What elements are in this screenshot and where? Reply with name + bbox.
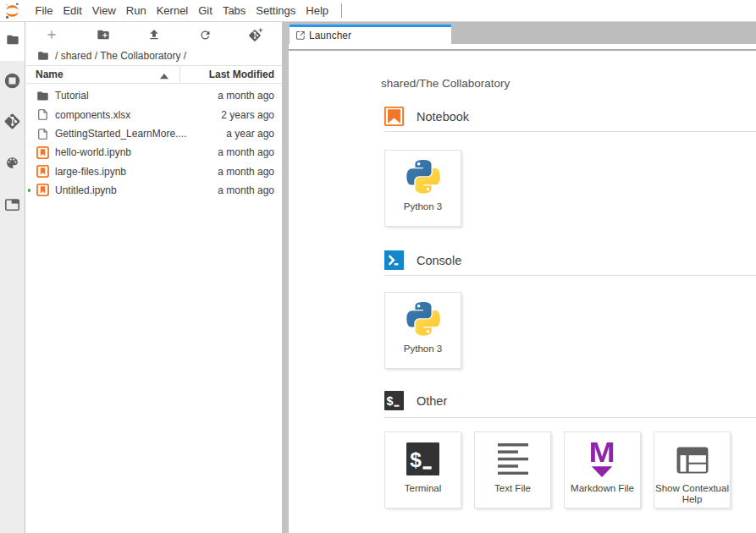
menu-items: FileEditViewRunKernelGitTabsSettingsHelp [30, 0, 334, 21]
launcher-sections: Notebook Python 3 Console Python 3 $ Oth… [384, 107, 756, 508]
file-name: components.xlsx [55, 109, 130, 121]
launcher-card-markdown-file[interactable]: M Markdown File [564, 431, 641, 508]
stop-circle-icon [4, 73, 20, 89]
file-browser-panel: / shared / The Collaboratory / Name Last… [26, 22, 282, 533]
menu-item-file[interactable]: File [30, 0, 58, 21]
launcher-card-text-file[interactable]: Text File [474, 431, 551, 508]
file-modified: a month ago [218, 90, 282, 102]
card-icon-area: M [591, 432, 613, 477]
section-divider [384, 275, 756, 276]
section-label: Other [417, 394, 447, 408]
menu-item-tabs[interactable]: Tabs [218, 0, 251, 21]
menu-bar: FileEditViewRunKernelGitTabsSettingsHelp [0, 0, 756, 22]
file-row-hello-world-ipynb[interactable]: hello-world.ipynba month ago [26, 143, 282, 162]
jupyter-logo-icon [3, 2, 21, 19]
launcher-section-other: $ Other $ Terminal Text FileM Markdown F… [384, 391, 756, 508]
menu-item-view[interactable]: View [87, 0, 121, 21]
tab-label: Launcher [309, 30, 351, 41]
file-modified: 2 years ago [221, 109, 282, 121]
column-header-last-modified[interactable]: Last Modified [209, 66, 274, 83]
file-row-components-xlsx[interactable]: components.xlsx2 years ago [26, 106, 282, 124]
svg-text:$: $ [386, 394, 393, 408]
terminal-icon: $ [384, 391, 404, 410]
menu-item-git[interactable]: Git [193, 0, 218, 21]
python-icon [406, 302, 440, 336]
section-header-other: $ Other [384, 391, 756, 410]
file-name: hello-world.ipynb [55, 146, 131, 158]
card-label: Python 3 [404, 201, 442, 212]
main-dock-panel: Launcher shared/The Collaboratory Notebo… [289, 22, 756, 533]
plus-icon [45, 28, 58, 41]
textfile-icon [498, 443, 528, 475]
sidebar-tab-file-browser[interactable] [0, 31, 25, 48]
svg-text:$: $ [410, 448, 422, 471]
refresh-icon [199, 29, 212, 41]
file-name: Untitled.ipynb [55, 184, 117, 196]
section-header-notebook: Notebook [384, 107, 756, 126]
file-row-large-files-ipynb[interactable]: large-files.ipynba month ago [26, 162, 282, 181]
sort-ascending-caret-icon[interactable] [160, 74, 168, 79]
breadcrumb-path[interactable]: / shared / The Collaboratory / [55, 50, 186, 62]
file-listing-header: Name Last Modified [26, 65, 282, 84]
git-clone-button[interactable] [231, 22, 282, 47]
terminal-icon: $ [406, 442, 439, 475]
new-folder-button[interactable] [77, 22, 128, 47]
section-label: Console [417, 254, 461, 267]
column-divider [179, 66, 180, 83]
file-row-gettingstarted-learnmore-[interactable]: GettingStarted_LearnMore....a year ago [26, 124, 282, 143]
launcher-card-show-contextual-help[interactable]: Show Contextual Help [654, 431, 731, 508]
launcher-card-terminal[interactable]: $ Terminal [384, 431, 461, 508]
card-label: Markdown File [571, 483, 634, 494]
file-row-tutorial[interactable]: Tutoriala month ago [26, 86, 282, 105]
sidebar-tab-commands[interactable] [0, 155, 25, 172]
upload-icon [147, 28, 161, 41]
breadcrumb[interactable]: / shared / The Collaboratory / [26, 46, 282, 66]
card-label: Show Contextual Help [654, 483, 730, 505]
file-name: Tutorial [55, 90, 89, 102]
card-icon-area [406, 293, 440, 338]
sidebar-tab-open-tabs[interactable] [0, 196, 25, 213]
tabs-icon [5, 199, 19, 211]
new-folder-icon [97, 28, 110, 41]
refresh-button[interactable] [179, 22, 230, 47]
card-row: Python 3 [384, 150, 756, 227]
sidebar-tab-running-sessions[interactable] [0, 72, 25, 89]
file-modified: a month ago [218, 146, 282, 158]
notebook-icon [36, 146, 49, 159]
launcher-icon [296, 31, 305, 40]
menu-item-settings[interactable]: Settings [251, 0, 301, 21]
file-modified: a year ago [226, 128, 282, 140]
card-label: Terminal [405, 483, 441, 494]
activity-bar [0, 22, 25, 533]
folder-icon [36, 90, 49, 102]
folder-icon [6, 33, 19, 47]
new-launcher-button[interactable] [26, 22, 77, 47]
tab-launcher[interactable]: Launcher [290, 25, 451, 44]
menu-item-help[interactable]: Help [301, 0, 334, 21]
card-label: Python 3 [404, 343, 442, 354]
menu-item-edit[interactable]: Edit [58, 0, 86, 21]
panel-splitter[interactable] [282, 22, 289, 533]
main-tab-bar: Launcher [289, 22, 756, 44]
file-name: large-files.ipynb [55, 166, 126, 178]
launcher-card-python-3[interactable]: Python 3 [384, 292, 461, 369]
upload-button[interactable] [129, 22, 179, 47]
card-row: Python 3 [384, 292, 756, 369]
file-row-untitled-ipynb[interactable]: Untitled.ipynba month ago [26, 181, 282, 200]
notebook-icon [36, 165, 49, 178]
section-divider [384, 417, 756, 418]
notebook-icon [384, 107, 404, 126]
python-icon [406, 160, 440, 194]
launcher-panel: shared/The Collaboratory Notebook Python… [289, 51, 756, 533]
launcher-section-notebook: Notebook Python 3 [384, 107, 756, 227]
git-icon [3, 113, 21, 130]
sidebar-tab-git[interactable] [0, 113, 25, 130]
launcher-card-python-3[interactable]: Python 3 [384, 150, 461, 227]
menu-item-kernel[interactable]: Kernel [152, 0, 194, 21]
card-label: Text File [494, 483, 531, 494]
home-folder-icon[interactable] [37, 50, 55, 62]
file-listing: Tutoriala month ago components.xlsx2 yea… [26, 86, 282, 200]
column-header-name[interactable]: Name [36, 66, 63, 83]
launcher-section-console: Console Python 3 [384, 250, 756, 369]
menu-item-run[interactable]: Run [121, 0, 152, 21]
